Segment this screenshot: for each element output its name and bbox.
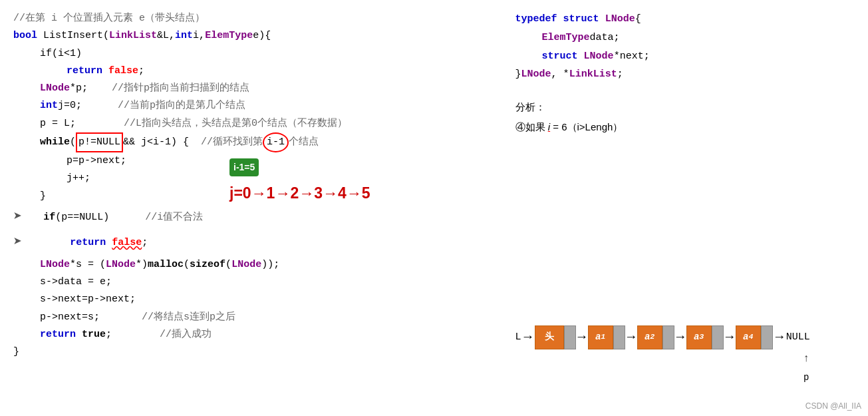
arrow-1: ➤ <box>13 205 22 231</box>
code-text3: e){ <box>253 27 271 45</box>
false-value2: false <box>112 237 142 248</box>
lnode-alias: LNode <box>521 65 551 84</box>
p-indicator: ↑ p <box>803 349 809 386</box>
ll-a2-ptr <box>662 325 674 349</box>
kw-return2: return <box>70 237 106 248</box>
typedef-line: typedef struct LNode{ <box>515 10 855 29</box>
p-not-null-highlighted: p!=NULL <box>76 132 123 152</box>
arrow-2: ➤ <box>13 230 22 256</box>
close-brace2: } <box>13 343 19 361</box>
while-line: while (p!=NULL && j<i-1) { //循环找到第 i-1 个… <box>13 132 489 152</box>
p-label-text: p <box>803 369 809 387</box>
green-badge-container: i-1=5 <box>229 158 370 177</box>
comment-p: //指针p指向当前扫描到的结点 <box>112 80 249 97</box>
semicolon1: ; <box>138 63 144 80</box>
while-cond2: && j<i-1) { <box>123 134 189 151</box>
keyword-return1: return <box>67 63 102 80</box>
code-text: &L, <box>157 27 175 45</box>
ll-a1-data: a1 <box>588 325 613 349</box>
code-sdata: s->data = e; <box>40 274 112 291</box>
i-minus-1-circled: i-1 <box>263 132 289 152</box>
elemtype-field: ElemType data; <box>515 29 855 47</box>
linked-list-area: L → 头 → a1 → a2 <box>515 325 868 369</box>
p-pointer-area: ↑ p <box>515 349 868 369</box>
ll-a3-ptr <box>712 325 724 349</box>
code-malloc: *s = ( <box>70 256 106 274</box>
comment-line: //在第 i 个位置插入元素 e（带头结点） <box>13 10 489 27</box>
ll-node-a1: a1 <box>588 325 625 349</box>
comment-text: //在第 i 个位置插入元素 e（带头结点） <box>13 10 205 27</box>
code-malloc2: *) <box>136 256 148 274</box>
struct-close-line: }LNode, *LinkList; <box>515 65 855 84</box>
function-name: ListInsert( <box>43 27 109 45</box>
lnode-p-line: LNode *p; //指针p指向当前扫描到的结点 <box>13 80 489 97</box>
type-elemtype2: ElemType <box>542 29 590 47</box>
struct-close: } <box>515 65 521 84</box>
code-jinc: j++; <box>67 170 90 187</box>
if-line: if(i<1) <box>13 45 489 63</box>
annotation-area: i-1=5 j=0→1→2→3→4→5 <box>229 158 370 207</box>
code-pnexts: p->next=s; <box>40 309 100 326</box>
code-pnext: p=p->next; <box>67 152 126 170</box>
linked-list-diagram: L → 头 → a1 → a2 <box>515 325 868 349</box>
type-elemtype: ElemType <box>205 27 253 45</box>
code-pl: p = L; <box>40 115 76 132</box>
return-true-line: return true; //插入成功 <box>13 326 489 343</box>
comment-null: //i值不合法 <box>145 209 203 226</box>
code-malloc5: )); <box>261 256 279 274</box>
watermark: CSDN @All_IIA <box>805 401 861 411</box>
keyword-int: int <box>175 27 193 45</box>
comment-true: //插入成功 <box>160 326 212 343</box>
s-next-line: s->next=p->next; <box>13 291 489 308</box>
ll-a2-data: a2 <box>637 325 662 349</box>
sizeof-fn: sizeof <box>190 256 225 274</box>
false-value1: false <box>108 63 138 80</box>
next-ptr: *next; <box>614 47 650 66</box>
func-close: } <box>13 343 489 361</box>
ll-arrow-0: → <box>524 325 532 349</box>
code-malloc4: ( <box>225 256 231 274</box>
comment-while: //循环找到第 <box>201 134 263 151</box>
type-lnode1: LNode <box>40 80 70 97</box>
kw-struct: struct <box>563 10 599 29</box>
true-value: true <box>82 326 106 343</box>
ll-head-data: 头 <box>535 325 564 349</box>
code-snext: s->next=p->next; <box>40 291 136 308</box>
analysis-item4: ④如果 i = 6（i>Lengh） <box>515 117 855 137</box>
kw-struct2: struct <box>542 47 578 66</box>
next-field: struct LNode *next; <box>515 47 855 66</box>
return-false-line2: ➤ return false; <box>13 230 489 256</box>
green-badge: i-1=5 <box>229 158 259 176</box>
analysis-title: 分析： <box>515 97 855 117</box>
struct-open: { <box>635 10 641 29</box>
analysis-section: 分析： ④如果 i = 6（i>Lengh） <box>515 97 855 137</box>
int-j-line: int j=0; //当前p指向的是第几个结点 <box>13 97 489 114</box>
comment-pl: //L指向头结点，头结点是第0个结点（不存数据） <box>124 115 347 132</box>
type-lnode4: LNode <box>231 256 261 274</box>
if-null-line: ➤ if(p==NULL) //i值不合法 <box>13 205 489 231</box>
ll-node-a4: a4 <box>736 325 773 349</box>
code-malloc3: ( <box>184 256 190 274</box>
sequence-annotation: j=0→1→2→3→4→5 <box>229 180 370 206</box>
p-assign-line: p = L; //L指向头结点，头结点是第0个结点（不存数据） <box>13 115 489 132</box>
ll-head-ptr <box>564 325 576 349</box>
kw-return3: return <box>40 326 76 343</box>
function-signature: bool ListInsert(LinkList &L, int i, Elem… <box>13 27 489 45</box>
ll-null-label: NULL <box>786 328 810 347</box>
comment-j: //当前p指向的是第几个结点 <box>118 97 245 114</box>
ll-arrow-1: → <box>578 325 586 349</box>
while-keyword: while <box>40 134 70 151</box>
right-panel: typedef struct LNode{ ElemType data; str… <box>515 7 855 409</box>
code-p: *p; <box>70 80 88 97</box>
if-keyword: if(i<1) <box>40 45 82 63</box>
keyword-int2: int <box>40 97 58 114</box>
ll-a4-ptr <box>761 325 773 349</box>
ll-a1-ptr <box>613 325 625 349</box>
type-lnode3: LNode <box>106 256 136 274</box>
type-lnode2: LNode <box>40 256 70 274</box>
ll-a4-data: a4 <box>736 325 761 349</box>
ll-arrow-5: → <box>776 325 784 349</box>
ll-node-a2: a2 <box>637 325 674 349</box>
kw-typedef: typedef <box>515 10 557 29</box>
comma: , * <box>551 65 569 84</box>
